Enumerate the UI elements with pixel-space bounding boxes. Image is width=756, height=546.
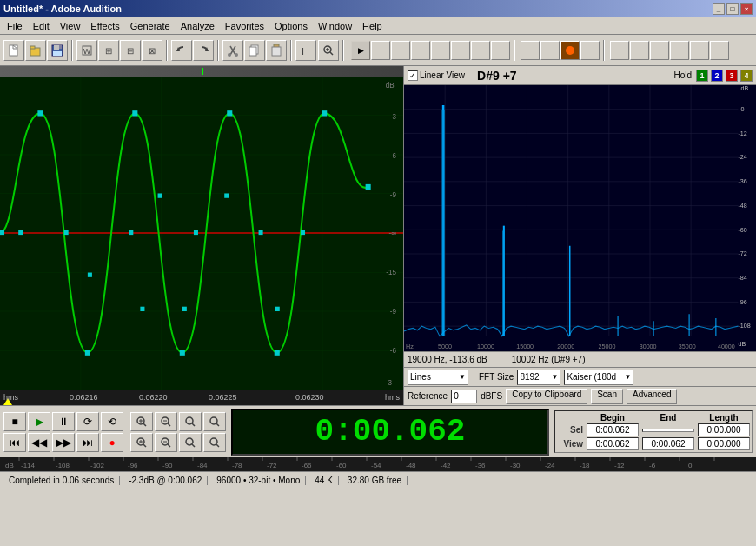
lines-value: Lines xyxy=(410,372,431,382)
toolbar-r1[interactable]: ▶ xyxy=(351,41,370,60)
fft-size-dropdown[interactable]: 8192 ▼ xyxy=(517,370,560,385)
zoom-in-btn[interactable] xyxy=(130,412,153,431)
menu-help[interactable]: Help xyxy=(357,19,388,33)
minimize-button[interactable]: _ xyxy=(713,3,725,15)
svg-line-146 xyxy=(216,444,219,447)
record-button[interactable]: ● xyxy=(101,433,123,452)
toolbar-zoom-in[interactable] xyxy=(318,40,339,61)
toolbar-r3[interactable] xyxy=(391,41,410,60)
menu-window[interactable]: Window xyxy=(313,19,357,33)
menu-edit[interactable]: Edit xyxy=(28,19,55,33)
toolbar-q2[interactable] xyxy=(540,41,560,60)
scan-btn[interactable]: Scan xyxy=(591,389,623,404)
toolbar-s3[interactable] xyxy=(650,41,669,60)
toolbar-paste[interactable] xyxy=(266,40,287,61)
toolbar-sep-7 xyxy=(603,40,605,61)
toolbar-btn-4[interactable]: W xyxy=(76,40,97,61)
toolbar-r7[interactable] xyxy=(471,41,490,60)
toolbar-s6[interactable] xyxy=(710,41,729,60)
toolbar-copy[interactable] xyxy=(244,40,265,61)
waveform-svg: -3 -6 -9 -∞ -15 -9 -6 -3 dB xyxy=(0,77,403,390)
back-button[interactable]: ◀◀ xyxy=(28,433,50,452)
menu-file[interactable]: File xyxy=(2,19,28,33)
zoom-full-btn[interactable] xyxy=(203,412,226,431)
waveform-canvas[interactable]: -3 -6 -9 -∞ -15 -9 -6 -3 dB xyxy=(0,77,403,390)
toolbar-save[interactable] xyxy=(47,40,68,61)
menu-effects[interactable]: Effects xyxy=(85,19,124,33)
hold-btn-3[interactable]: 3 xyxy=(726,70,738,82)
time-display: 0:00.062 xyxy=(231,409,549,456)
waveform-ruler xyxy=(0,66,403,77)
svg-line-140 xyxy=(168,444,170,447)
zoom-sel-btn[interactable]: ↕ xyxy=(179,412,202,431)
menu-options[interactable]: Options xyxy=(269,19,313,33)
svg-text:-96: -96 xyxy=(128,462,138,469)
zoom-fit-btn[interactable] xyxy=(203,433,226,452)
toolbar-q1[interactable] xyxy=(521,41,540,60)
svg-text:-3: -3 xyxy=(386,379,393,387)
fft-size-label: FFT Size xyxy=(479,372,514,382)
svg-point-20 xyxy=(235,53,238,57)
window-value: Kaiser (180d xyxy=(567,372,616,382)
zoom-h-out-btn[interactable] xyxy=(155,433,177,452)
toolbar-open[interactable] xyxy=(25,40,46,61)
advanced-btn[interactable]: Advanced xyxy=(627,389,677,404)
play-button[interactable]: ▶ xyxy=(28,412,50,431)
hold-btn-2[interactable]: 2 xyxy=(711,70,723,82)
lines-dropdown[interactable]: Lines ▼ xyxy=(408,370,468,385)
toolbar-new[interactable] xyxy=(3,40,24,61)
toolbar-r6[interactable] xyxy=(451,41,470,60)
window-dropdown[interactable]: Kaiser (180d ▼ xyxy=(564,370,633,385)
copy-clipboard-btn[interactable]: Copy to Clipboard xyxy=(506,389,587,404)
menu-analyze[interactable]: Analyze xyxy=(176,19,220,33)
svg-point-19 xyxy=(228,53,231,57)
maximize-button[interactable]: □ xyxy=(726,3,739,15)
svg-text:15000: 15000 xyxy=(516,342,534,350)
toolbar-redo[interactable] xyxy=(193,40,214,61)
svg-text:-66: -66 xyxy=(302,462,312,469)
close-button[interactable]: × xyxy=(740,3,753,15)
menu-favorites[interactable]: Favorites xyxy=(220,19,269,33)
stop-button[interactable]: ■ xyxy=(3,412,26,431)
toolbar-r2[interactable] xyxy=(371,41,390,60)
zoom-v-in-btn[interactable]: ↔ xyxy=(179,433,202,452)
to-end-button[interactable]: ⏭ xyxy=(76,433,99,452)
toolbar-s5[interactable] xyxy=(690,41,709,60)
repeat-button[interactable]: ⟲ xyxy=(101,412,123,431)
toolbar-r8[interactable] xyxy=(491,41,510,60)
toolbar-s1[interactable] xyxy=(610,41,629,60)
pause-button[interactable]: ⏸ xyxy=(52,412,75,431)
toolbar-btn-7[interactable]: ⊠ xyxy=(142,40,162,61)
hold-btn-1[interactable]: 1 xyxy=(696,70,708,82)
toolbar-r4[interactable] xyxy=(411,41,430,60)
toolbar-btn-5[interactable]: ⊞ xyxy=(98,40,119,61)
toolbar-btn-6[interactable]: ⊟ xyxy=(120,40,141,61)
spectrum-info-bar: 19000 Hz, -113.6 dB 10002 Hz (D#9 +7) xyxy=(404,351,756,367)
spectrum-canvas[interactable]: dB 0 -12 -24 -36 -48 -60 -72 -84 -96 -10… xyxy=(404,85,756,351)
toolbar-q3[interactable] xyxy=(560,41,580,60)
linear-view-check[interactable]: ✓ xyxy=(408,70,418,81)
fft-size-value: 8192 xyxy=(520,372,539,382)
linear-view-checkbox[interactable]: ✓ Linear View xyxy=(408,70,465,81)
toolbar-cut[interactable] xyxy=(222,40,243,61)
toolbar-undo[interactable] xyxy=(171,40,192,61)
reference-input[interactable] xyxy=(451,390,477,403)
menu-view[interactable]: View xyxy=(55,19,86,33)
transport-buttons: ■ ▶ ⏸ ⟳ ⟲ ⏮ ◀◀ ▶▶ ⏭ ● xyxy=(3,412,123,452)
hold-btn-4[interactable]: 4 xyxy=(740,70,753,82)
svg-text:-6: -6 xyxy=(390,346,397,354)
loop-button[interactable]: ⟳ xyxy=(76,412,99,431)
svg-text:-42: -42 xyxy=(441,462,451,469)
toolbar-r5[interactable] xyxy=(431,41,450,60)
toolbar-s2[interactable] xyxy=(630,41,649,60)
toolbar-q4[interactable] xyxy=(580,41,600,60)
zoom-out-btn[interactable] xyxy=(155,412,177,431)
toolbar-s4[interactable] xyxy=(670,41,689,60)
svg-text:⊟: ⊟ xyxy=(127,46,134,56)
to-start-button[interactable]: ⏮ xyxy=(3,433,26,452)
forward-button[interactable]: ▶▶ xyxy=(52,433,75,452)
menu-generate[interactable]: Generate xyxy=(125,19,176,33)
svg-text:-48: -48 xyxy=(406,462,416,469)
zoom-h-in-btn[interactable] xyxy=(130,433,153,452)
toolbar-select[interactable]: I xyxy=(295,40,316,61)
